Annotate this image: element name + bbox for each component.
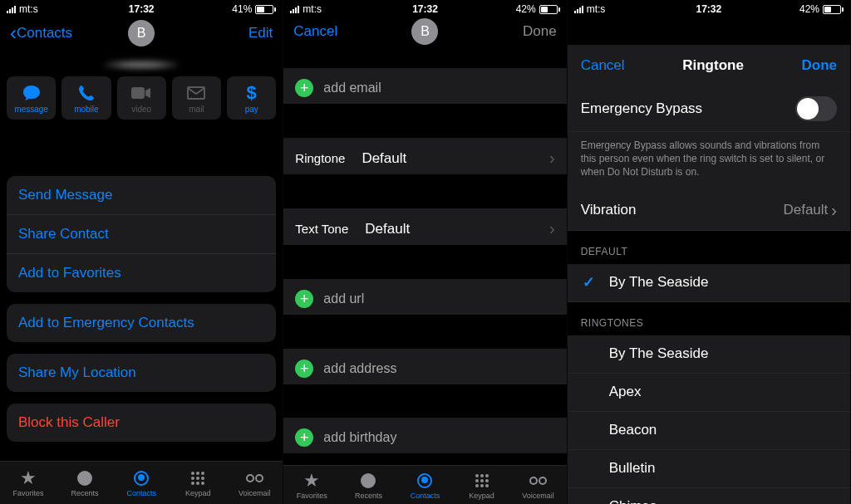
add-favorites-button[interactable]: Add to Favorites bbox=[7, 254, 276, 292]
contacts-icon bbox=[134, 468, 149, 488]
done-button[interactable]: Done bbox=[801, 57, 837, 74]
back-label: Contacts bbox=[17, 25, 72, 42]
video-button[interactable]: video bbox=[117, 76, 166, 120]
mail-button[interactable]: mail bbox=[172, 76, 221, 120]
toggle-off[interactable] bbox=[795, 96, 837, 121]
texttone-row[interactable]: Text Tone Default › bbox=[283, 208, 566, 245]
keypad-icon bbox=[475, 471, 489, 491]
ringtone-item[interactable]: Apex bbox=[568, 374, 850, 412]
voicemail-icon bbox=[246, 468, 263, 488]
plus-icon: + bbox=[295, 428, 313, 447]
send-message-button[interactable]: Send Message bbox=[7, 176, 276, 215]
bypass-help: Emergency Bypass allows sounds and vibra… bbox=[568, 132, 850, 191]
battery-icon bbox=[539, 5, 560, 14]
battery-pct: 42% bbox=[516, 3, 536, 15]
avatar: B bbox=[128, 20, 155, 46]
star-icon: ★ bbox=[303, 471, 320, 491]
battery-pct: 41% bbox=[232, 3, 252, 15]
tab-contacts[interactable]: Contacts bbox=[113, 462, 170, 504]
chevron-right-icon: › bbox=[831, 201, 837, 220]
cancel-button[interactable]: Cancel bbox=[293, 23, 360, 40]
tab-favorites[interactable]: ★Favorites bbox=[283, 466, 340, 504]
quick-actions: message mobile video mail $ pay bbox=[0, 76, 283, 126]
ringtone-item-selected[interactable]: ✓ By The Seaside bbox=[568, 264, 850, 302]
message-button[interactable]: message bbox=[7, 76, 56, 120]
tab-recents[interactable]: Recents bbox=[57, 462, 113, 504]
add-address-button[interactable]: +add address bbox=[283, 349, 566, 384]
group-email: + add email bbox=[283, 68, 566, 104]
add-emergency-button[interactable]: Add to Emergency Contacts bbox=[7, 304, 276, 342]
tab-voicemail[interactable]: Voicemail bbox=[226, 462, 283, 504]
emergency-bypass-row[interactable]: Emergency Bypass bbox=[568, 86, 850, 132]
sheet-gap bbox=[568, 15, 850, 45]
ringtone-row[interactable]: Ringtone Default › bbox=[283, 138, 566, 174]
tab-favorites[interactable]: ★Favorites bbox=[0, 462, 57, 504]
contact-name bbox=[0, 51, 283, 76]
tab-recents[interactable]: Recents bbox=[340, 466, 396, 504]
pay-button[interactable]: $ pay bbox=[227, 76, 276, 120]
carrier-label: mt:s bbox=[19, 3, 38, 15]
voicemail-icon bbox=[529, 471, 547, 491]
vibration-row[interactable]: Vibration Default› bbox=[568, 191, 850, 231]
mail-icon bbox=[187, 83, 205, 103]
group-location: Share My Location bbox=[7, 354, 276, 392]
cancel-button[interactable]: Cancel bbox=[581, 57, 625, 74]
ringtone-item[interactable]: Beacon bbox=[568, 412, 850, 450]
message-icon bbox=[22, 83, 41, 103]
group-url: +add url bbox=[283, 279, 566, 315]
tab-keypad[interactable]: Keypad bbox=[454, 466, 510, 504]
pay-icon: $ bbox=[247, 83, 257, 103]
ringtone-item[interactable]: By The Seaside bbox=[568, 335, 850, 374]
status-time: 17:32 bbox=[412, 3, 438, 15]
video-icon bbox=[131, 83, 151, 103]
blurred-name bbox=[104, 60, 179, 70]
chevron-right-icon: › bbox=[549, 149, 555, 168]
share-contact-button[interactable]: Share Contact bbox=[7, 215, 276, 254]
plus-icon: + bbox=[295, 79, 313, 97]
done-button[interactable]: Done bbox=[490, 23, 557, 40]
chevron-right-icon: › bbox=[549, 219, 555, 238]
keypad-icon bbox=[191, 468, 204, 488]
block-caller-button[interactable]: Block this Caller bbox=[7, 404, 276, 442]
status-bar: mt:s 17:32 41% bbox=[0, 0, 283, 15]
add-url-button[interactable]: +add url bbox=[283, 279, 566, 315]
ringtones-section: By The Seaside Apex Beacon Bulletin Chim… bbox=[568, 335, 850, 504]
mobile-button[interactable]: mobile bbox=[61, 76, 111, 120]
tab-bar: ★Favorites Recents Contacts Keypad Voice… bbox=[0, 461, 283, 504]
group-share: Send Message Share Contact Add to Favori… bbox=[7, 176, 276, 292]
ringtone-item[interactable]: Chimes bbox=[568, 488, 850, 504]
ringtone-scroll[interactable]: Emergency Bypass Emergency Bypass allows… bbox=[568, 86, 850, 504]
edit-button[interactable]: Edit bbox=[206, 25, 273, 42]
back-button[interactable]: ‹ Contacts bbox=[10, 22, 76, 45]
group-texttone: Text Tone Default › bbox=[283, 208, 566, 245]
group-address: +add address bbox=[283, 349, 566, 384]
battery-icon bbox=[823, 5, 844, 14]
sheet-nav: Cancel Ringtone Done bbox=[568, 45, 850, 86]
group-block: Block this Caller bbox=[7, 404, 276, 442]
header-default: DEFAULT bbox=[568, 231, 850, 264]
tab-voicemail[interactable]: Voicemail bbox=[510, 466, 567, 504]
nav-bar: ‹ Contacts B Edit bbox=[0, 15, 283, 51]
group-ringtone: Ringtone Default › bbox=[283, 138, 566, 174]
svg-rect-0 bbox=[131, 87, 145, 99]
add-email-button[interactable]: + add email bbox=[283, 68, 566, 104]
group-birthday: +add birthday bbox=[283, 418, 566, 453]
battery-icon bbox=[255, 5, 276, 14]
add-birthday-button[interactable]: +add birthday bbox=[283, 418, 566, 453]
share-location-button[interactable]: Share My Location bbox=[7, 354, 276, 392]
carrier-label: mt:s bbox=[303, 3, 322, 15]
chevron-left-icon: ‹ bbox=[10, 22, 17, 45]
group-emergency: Add to Emergency Contacts bbox=[7, 304, 276, 342]
tab-contacts[interactable]: Contacts bbox=[396, 466, 453, 504]
star-icon: ★ bbox=[20, 468, 37, 488]
tab-keypad[interactable]: Keypad bbox=[170, 462, 226, 504]
panel-contact-card: mt:s 17:32 41% ‹ Contacts B Edit message… bbox=[0, 0, 283, 504]
contacts-icon bbox=[417, 471, 432, 491]
sheet-title: Ringtone bbox=[682, 57, 744, 74]
signal-icon bbox=[7, 6, 16, 13]
bypass-section: Emergency Bypass Emergency Bypass allows… bbox=[568, 86, 850, 231]
panel-ringtone-picker: mt:s 17:32 42% Cancel Ringtone Done Emer… bbox=[568, 0, 851, 504]
ringtone-item[interactable]: Bulletin bbox=[568, 450, 850, 488]
signal-icon bbox=[574, 6, 583, 13]
carrier-label: mt:s bbox=[587, 3, 606, 15]
